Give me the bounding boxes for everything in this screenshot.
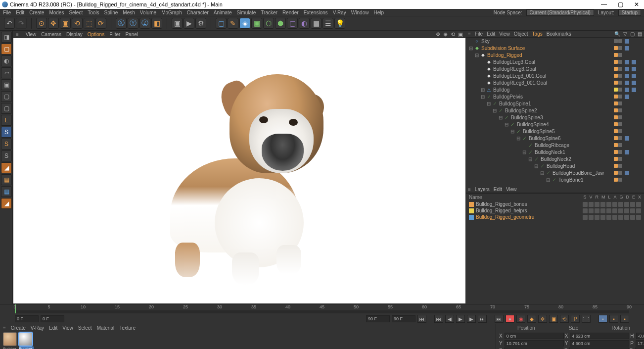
visibility-dot[interactable]	[614, 81, 618, 85]
layer-flag[interactable]	[624, 208, 629, 213]
layer-flag[interactable]	[606, 215, 611, 220]
texture-mode-button[interactable]: ◐	[1, 55, 12, 66]
expander-icon[interactable]: ⊟	[498, 115, 504, 120]
recent-tool-2[interactable]: ⟳	[95, 18, 106, 29]
layer-row[interactable]: Bulldog_Rigged_bones	[466, 201, 644, 207]
mat-menu-select[interactable]: Select	[78, 325, 92, 331]
z-axis-button[interactable]: Ⓩ	[139, 18, 150, 29]
timeline-opt3-button[interactable]: ▪	[620, 315, 629, 323]
layer-color-swatch[interactable]	[469, 202, 474, 207]
visibility-dot[interactable]	[618, 88, 622, 92]
next-frame-button[interactable]: ▶	[467, 315, 476, 323]
goto-start-button[interactable]: ⏮	[417, 315, 426, 323]
mat-menu-create[interactable]: Create	[11, 325, 26, 331]
visibility-dot[interactable]	[614, 164, 618, 168]
tag-icon[interactable]	[624, 136, 630, 141]
expander-icon[interactable]: ⊟	[515, 136, 521, 141]
edge-mode-button[interactable]: ▢	[1, 91, 12, 102]
visibility-dot[interactable]	[618, 122, 622, 126]
object-label[interactable]: BulldogLLeg3.Goal	[493, 59, 614, 65]
x-axis-button[interactable]: Ⓧ	[116, 18, 127, 29]
light-button[interactable]: 💡	[334, 18, 345, 29]
tag-icon[interactable]	[624, 94, 630, 100]
visibility-dot[interactable]	[618, 60, 622, 64]
object-label[interactable]: BulldogHead	[547, 163, 614, 169]
autokey-button[interactable]: ◉	[516, 315, 525, 323]
visibility-dot[interactable]	[614, 157, 618, 161]
tree-row[interactable]: ⊟⟋BulldogSpine6	[466, 135, 644, 142]
layer-flag[interactable]	[589, 215, 594, 220]
layer-flag[interactable]	[636, 208, 641, 213]
prev-frame-button[interactable]: ◀	[445, 315, 454, 323]
record-button[interactable]: ●	[506, 315, 514, 323]
object-label[interactable]: BulldogLLeg3_001.Goal	[493, 73, 614, 79]
tag-icon[interactable]	[624, 87, 630, 93]
tree-row[interactable]: ⊞△Bulldog	[466, 86, 644, 93]
material-swatch[interactable]	[19, 332, 33, 346]
tree-row[interactable]: ⊟⟋BulldogHead	[466, 162, 644, 169]
visibility-dot[interactable]	[614, 53, 618, 57]
visibility-dot[interactable]	[618, 74, 622, 78]
visibility-dot[interactable]	[614, 108, 618, 112]
layer-flag[interactable]	[595, 208, 599, 213]
tree-row[interactable]: ◆BulldogRLeg3_001.Goal	[466, 79, 644, 86]
field-button[interactable]: ◐	[299, 18, 310, 29]
object-label[interactable]: BulldogNeck1	[535, 150, 614, 155]
subdiv-button[interactable]: ◈	[239, 18, 250, 29]
workplane-snap-button[interactable]: S	[1, 150, 12, 161]
node-space-dropdown[interactable]: Current (Standard/Physical)	[526, 9, 594, 16]
expander-icon[interactable]: ⊟	[492, 108, 498, 113]
layer-flag[interactable]	[583, 208, 588, 213]
layer-flag[interactable]	[618, 202, 623, 207]
menu-v-ray[interactable]: V-Ray	[333, 10, 346, 15]
extrude-button[interactable]: ▣	[251, 18, 262, 29]
layer-flag[interactable]	[595, 215, 599, 220]
visibility-dot[interactable]	[614, 67, 618, 71]
vp-menu-view[interactable]: View	[26, 32, 37, 37]
frame-end-input[interactable]	[366, 315, 390, 322]
mat-menu-view[interactable]: View	[62, 325, 73, 331]
tag-icon[interactable]	[624, 39, 630, 44]
mat-menu-texture[interactable]: Texture	[119, 325, 136, 331]
move-tool[interactable]: ✥	[48, 18, 59, 29]
layer-color-swatch[interactable]	[469, 208, 474, 213]
key-pos-button[interactable]: ✥	[538, 315, 547, 323]
vp-rotate-icon[interactable]: ⟲	[451, 31, 455, 38]
tree-row[interactable]: ⊟⟋BulldogPelvis	[466, 93, 644, 100]
pen-button[interactable]: ✎	[228, 18, 238, 29]
timeline-ruler[interactable]: 051015202530354045505560657075808590	[15, 304, 629, 313]
material-item[interactable]: Bulldog_	[19, 332, 34, 349]
goto-next-key-button[interactable]: ⏭	[478, 315, 487, 323]
vp-layout-icon[interactable]: ▣	[458, 31, 463, 38]
tweak-button[interactable]: ◢	[1, 198, 12, 209]
flat-icon[interactable]: ▢	[630, 31, 635, 37]
visibility-dot[interactable]	[618, 95, 622, 99]
key-dots-button[interactable]: ⋮⋮	[582, 315, 591, 323]
menu-simulate[interactable]: Simulate	[236, 10, 256, 15]
tree-row[interactable]: ⊟◆Subdivision Surface	[466, 45, 644, 51]
layer-flag[interactable]	[606, 202, 611, 207]
visibility-dot[interactable]	[614, 171, 618, 175]
obj-menu-tags[interactable]: Tags	[532, 31, 543, 37]
material-label[interactable]: Bulldog_	[3, 347, 18, 349]
layers-menu-layers[interactable]: Layers	[475, 187, 490, 192]
hamburger-icon[interactable]: ≡	[3, 325, 6, 331]
layers-menu-view[interactable]: View	[506, 187, 517, 192]
snap-settings-button[interactable]: S	[1, 139, 12, 150]
layer-flag[interactable]	[583, 215, 588, 220]
layer-name[interactable]: Bulldog_Rigged_helprs	[476, 208, 583, 213]
layout-dropdown[interactable]: Startup	[618, 9, 641, 16]
layer-flag[interactable]	[612, 202, 617, 207]
expander-icon[interactable]: ⊟	[509, 129, 515, 134]
select-tool[interactable]: ⊙	[36, 18, 47, 29]
visibility-dot[interactable]	[614, 122, 618, 126]
visibility-dot[interactable]	[618, 115, 622, 119]
hamburger-icon[interactable]: ≡	[468, 31, 471, 37]
mat-menu-v-ray[interactable]: V-Ray	[31, 325, 44, 331]
menu-mesh[interactable]: Mesh	[123, 10, 135, 15]
redo-button[interactable]: ↷	[16, 18, 27, 29]
render-region-button[interactable]: ▶	[184, 18, 194, 29]
object-label[interactable]: TongBone1	[558, 177, 614, 183]
visibility-dot[interactable]	[618, 53, 622, 57]
menu-edit[interactable]: Edit	[16, 10, 24, 15]
